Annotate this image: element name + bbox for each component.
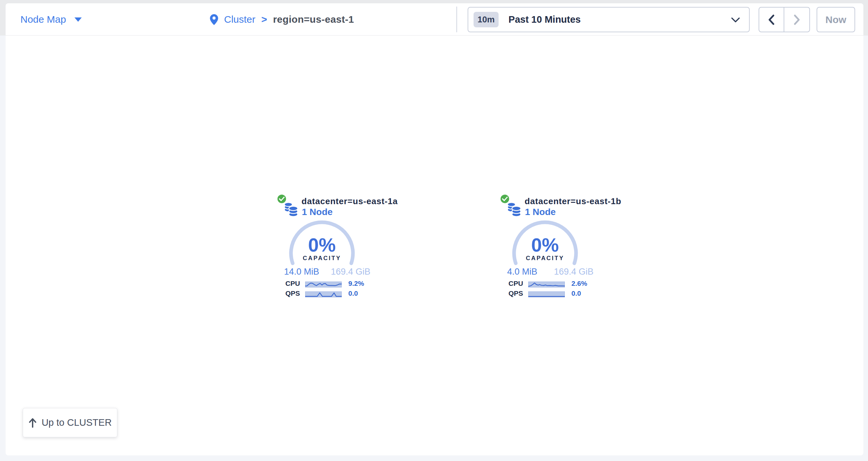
capacity-percent: 0% <box>289 234 355 256</box>
breadcrumb-separator: > <box>261 14 267 25</box>
now-button[interactable]: Now <box>816 7 855 32</box>
header: Node Map Cluster > region=us-east-1 10m … <box>6 3 863 36</box>
up-to-cluster-button[interactable]: Up to CLUSTER <box>23 408 117 437</box>
time-nav-group <box>758 7 810 32</box>
time-nav-prev-button[interactable] <box>759 7 784 32</box>
capacity-total: 169.4 GiB <box>554 267 593 277</box>
view-selector-label: Node Map <box>21 14 66 25</box>
locality-title: datacenter=us-east-1b <box>525 196 621 206</box>
breadcrumb-current: region=us-east-1 <box>273 14 354 25</box>
locality-node-count: 1 Node <box>302 207 333 217</box>
capacity-used: 4.0 MiB <box>507 267 537 277</box>
capacity-label: CAPACITY <box>289 255 355 262</box>
time-window-label: Past 10 Minutes <box>508 14 581 25</box>
capacity-total: 169.4 GiB <box>331 267 370 277</box>
node-map-canvas: datacenter=us-east-1a 1 Node 0% CAPACITY… <box>6 36 863 455</box>
dropdown-caret-icon <box>74 18 82 22</box>
metric-sparkline <box>305 291 342 297</box>
breadcrumb: Cluster > region=us-east-1 <box>210 3 354 36</box>
locality-title: datacenter=us-east-1a <box>302 196 398 206</box>
metric-sparkline <box>305 282 342 288</box>
time-nav-next-button[interactable] <box>784 7 809 32</box>
locality-node-count: 1 Node <box>525 207 556 217</box>
up-arrow-icon <box>28 418 37 428</box>
up-to-cluster-label: Up to CLUSTER <box>41 417 112 428</box>
capacity-percent: 0% <box>512 234 578 256</box>
locality-card[interactable]: datacenter=us-east-1a 1 Node 0% CAPACITY… <box>274 194 372 302</box>
chevron-left-icon <box>768 14 775 25</box>
header-divider <box>457 7 457 32</box>
chevron-down-icon <box>731 18 740 23</box>
metric-value: 0.0 <box>571 290 581 297</box>
metric-value: 9.2% <box>348 279 364 288</box>
time-window-badge: 10m <box>473 12 499 27</box>
metric-sparkline <box>528 282 565 288</box>
metric-value: 0.0 <box>348 290 358 297</box>
datacenter-icon <box>284 201 299 218</box>
location-pin-icon <box>210 14 218 25</box>
view-selector-dropdown[interactable]: Node Map <box>21 3 82 36</box>
datacenter-icon <box>507 201 522 218</box>
metric-label: CPU <box>508 279 523 288</box>
chevron-right-icon <box>794 14 800 25</box>
locality-card[interactable]: datacenter=us-east-1b 1 Node 0% CAPACITY… <box>497 194 595 302</box>
metric-sparkline <box>528 291 565 297</box>
metric-label: QPS <box>285 290 300 297</box>
capacity-used: 14.0 MiB <box>284 267 319 277</box>
breadcrumb-cluster-link[interactable]: Cluster <box>224 14 255 25</box>
metric-value: 2.6% <box>571 279 587 288</box>
capacity-label: CAPACITY <box>512 255 578 262</box>
time-window-selector[interactable]: 10m Past 10 Minutes <box>468 7 750 32</box>
metric-label: CPU <box>285 279 300 288</box>
metric-label: QPS <box>508 290 523 297</box>
